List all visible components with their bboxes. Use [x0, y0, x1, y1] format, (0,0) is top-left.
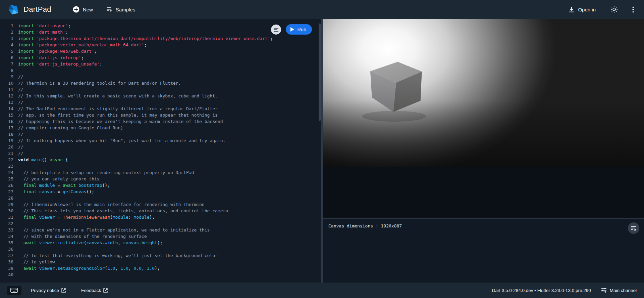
line-number: 7: [2, 61, 13, 67]
line-content: await viewer.initialize(canvas.width, ca…: [13, 240, 163, 246]
code-line[interactable]: 28: [0, 195, 321, 201]
header-actions: Open in: [565, 4, 639, 15]
code-line[interactable]: 14// The DartPad environment is slightly…: [0, 105, 321, 112]
line-content: [13, 246, 18, 252]
code-line[interactable]: 37 // to test that everything is working…: [0, 252, 321, 259]
code-line[interactable]: 32: [0, 220, 321, 227]
code-line[interactable]: 25 // you can safely ignore this: [0, 176, 321, 182]
code-line[interactable]: 15// app, so the first time you run this…: [0, 112, 321, 118]
app-header: DartPad New Samples: [0, 0, 644, 19]
line-number: 20: [2, 144, 13, 150]
code-line[interactable]: 6import 'dart:js_interop';: [0, 54, 321, 61]
line-number: 16: [2, 118, 13, 125]
code-line[interactable]: 35 await viewer.initialize(canvas.width,…: [0, 240, 321, 246]
code-line[interactable]: 3import 'package:thermion_dart/thermion_…: [0, 35, 321, 42]
format-button[interactable]: [271, 25, 281, 35]
code-line[interactable]: 36: [0, 246, 321, 252]
line-content: // since we're not in a Flutter applicat…: [13, 227, 210, 233]
samples-button[interactable]: Samples: [102, 4, 139, 15]
console-output: Canvas dimensions : 644x298: [328, 223, 639, 228]
line-number: 33: [2, 227, 13, 233]
theme-toggle-button[interactable]: [608, 4, 620, 15]
code-line[interactable]: 38 // to yellow: [0, 259, 321, 265]
keyboard-icon: [10, 288, 18, 293]
line-content: //: [13, 150, 23, 157]
line-content: // to test that everything is working, w…: [13, 252, 218, 259]
code-line[interactable]: 23: [0, 163, 321, 169]
code-line[interactable]: 20//: [0, 144, 321, 150]
code-line[interactable]: 26 final module = await bootstrap();: [0, 182, 321, 188]
code-line[interactable]: 17// compiler running on Google Cloud Ru…: [0, 125, 321, 131]
code-line[interactable]: 40: [0, 271, 321, 278]
run-button[interactable]: Run: [286, 24, 312, 35]
line-number: 19: [2, 137, 13, 144]
code-editor[interactable]: 1import 'dart:async';2import 'dart:math'…: [0, 19, 321, 283]
samples-button-label: Samples: [116, 7, 135, 12]
channel-selector-button[interactable]: Main channel: [601, 288, 637, 293]
keyboard-shortcuts-button[interactable]: [7, 286, 21, 295]
line-content: // to yellow: [13, 259, 55, 265]
code-line[interactable]: 39 await viewer.setBackgroundColor(1.0, …: [0, 265, 321, 271]
privacy-notice-link[interactable]: Privacy notice: [31, 288, 66, 293]
overflow-menu-button[interactable]: [627, 4, 639, 15]
line-number: 39: [2, 265, 13, 271]
code-line[interactable]: 9//: [0, 74, 321, 80]
line-number: 17: [2, 125, 13, 131]
line-number: 25: [2, 176, 13, 182]
editor-scrollbar[interactable]: [319, 24, 321, 121]
code-line[interactable]: 16// happening (this is because we aren'…: [0, 118, 321, 125]
run-button-label: Run: [297, 27, 306, 32]
code-line[interactable]: 34 // with the dimensions of the renderi…: [0, 233, 321, 240]
code-line[interactable]: 27 final canvas = getCanvas();: [0, 188, 321, 195]
code-line[interactable]: 31 final viewer = ThermionViewerWasm(mod…: [0, 214, 321, 220]
code-line[interactable]: 33 // since we're not in a Flutter appli…: [0, 227, 321, 233]
line-content: // compiler running on Google Cloud Run)…: [13, 125, 126, 131]
line-content: import 'package:thermion_dart/thermion_d…: [13, 35, 273, 42]
privacy-notice-label: Privacy notice: [31, 288, 59, 293]
code-line[interactable]: 22void main() async {: [0, 157, 321, 163]
code-line[interactable]: 13//: [0, 99, 321, 105]
line-content: final viewer = ThermionViewerWasm(module…: [13, 214, 155, 220]
line-number: 1: [2, 23, 13, 29]
line-content: [13, 195, 18, 201]
line-number: 29: [2, 201, 13, 208]
code-line[interactable]: 11//: [0, 86, 321, 93]
line-content: //: [13, 74, 23, 80]
code-line[interactable]: 7import 'dart:js_interop_unsafe';: [0, 61, 321, 67]
line-number: 24: [2, 169, 13, 176]
code-line[interactable]: 12// In this sample, we'll create a basi…: [0, 93, 321, 99]
line-number: 6: [2, 54, 13, 61]
code-line[interactable]: 29 // [ThermionViewer] is the main inter…: [0, 201, 321, 208]
code-line[interactable]: 10// Thermion is a 3D rendering toolkit …: [0, 80, 321, 86]
code-lines: 1import 'dart:async';2import 'dart:math'…: [0, 23, 321, 278]
channel-label: Main channel: [610, 288, 637, 293]
code-line[interactable]: 8: [0, 67, 321, 74]
render-canvas[interactable]: [323, 19, 644, 167]
line-number: 22: [2, 157, 13, 163]
line-number: 12: [2, 93, 13, 99]
feedback-label: Feedback: [81, 288, 101, 293]
line-number: 18: [2, 131, 13, 137]
line-content: // you can safely ignore this: [13, 176, 100, 182]
code-line[interactable]: 18//: [0, 131, 321, 137]
cube-3d-render: [323, 19, 644, 167]
line-content: // happening (this is because we aren't …: [13, 118, 223, 125]
line-number: 23: [2, 163, 13, 169]
code-line[interactable]: 21//: [0, 150, 321, 157]
status-bar-right: Dart 3.5.0-284.0.dev • Flutter 3.23.0-13…: [492, 288, 637, 293]
line-number: 40: [2, 271, 13, 278]
plus-circle-icon: [73, 6, 79, 13]
feedback-link[interactable]: Feedback: [81, 288, 108, 293]
line-content: // This class lets you load assets, ligh…: [13, 208, 231, 214]
open-in-button[interactable]: Open in: [565, 4, 600, 15]
code-line[interactable]: 5import 'package:web/web.dart';: [0, 48, 321, 54]
code-line[interactable]: 24 // boilerplate to setup our rendering…: [0, 169, 321, 176]
clear-console-button[interactable]: [628, 222, 639, 234]
code-line[interactable]: 30 // This class lets you load assets, l…: [0, 208, 321, 214]
code-line[interactable]: 4import 'package:vector_math/vector_math…: [0, 42, 321, 48]
line-number: 11: [2, 86, 13, 93]
line-content: // with the dimensions of the rendering …: [13, 233, 147, 240]
code-line[interactable]: 19// If nothing happens when you hit "Ru…: [0, 137, 321, 144]
line-content: [13, 271, 18, 278]
new-button[interactable]: New: [69, 3, 97, 15]
